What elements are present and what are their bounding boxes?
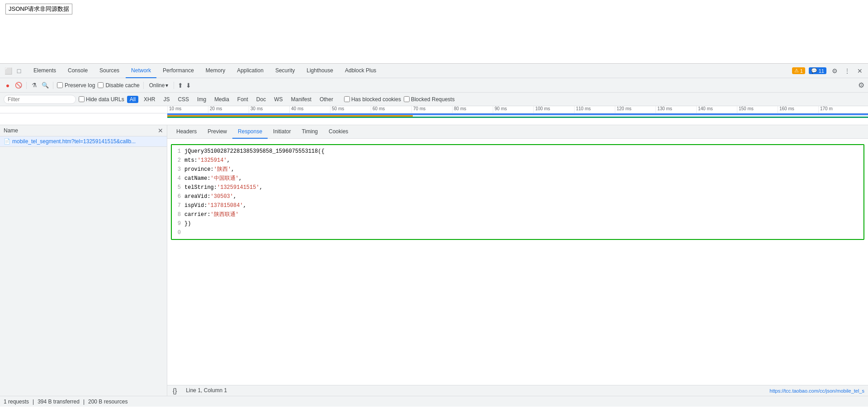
code-line-3: 3 province:'陕西', [174, 165, 862, 174]
tick-120: 120 ms [615, 106, 656, 113]
tick-100: 100 ms [533, 106, 574, 113]
resources-size: 200 B resources [88, 399, 127, 405]
left-panel: Name ✕ 📄 mobile_tel_segment.htm?tel=1325… [0, 125, 167, 396]
tab-elements[interactable]: Elements [28, 64, 61, 78]
page-content: JSONP请求非同源数据 [0, 0, 868, 63]
toolbar-divider-1 [26, 82, 27, 89]
filter-other-btn[interactable]: Other [317, 96, 336, 103]
tick-40: 40 ms [289, 106, 330, 113]
warning-badge[interactable]: ⚠ 1 [792, 67, 805, 74]
tab-response[interactable]: Response [232, 125, 268, 139]
tab-memory[interactable]: Memory [200, 64, 231, 78]
tab-network[interactable]: Network [126, 64, 156, 78]
tab-initiator[interactable]: Initiator [268, 125, 296, 139]
separator-2: | [83, 399, 85, 405]
preserve-log-label[interactable]: Preserve log [57, 82, 95, 89]
filter-font-btn[interactable]: Font [235, 96, 251, 103]
tick-30: 30 ms [249, 106, 289, 113]
status-url: https://tcc.taobao.com/cc/json/mobile_te… [769, 388, 864, 394]
filter-ws-btn[interactable]: WS [271, 96, 285, 103]
tab-console[interactable]: Console [62, 64, 93, 78]
cursor-icon[interactable]: ⬜ [4, 66, 13, 75]
has-blocked-cookies-label[interactable]: Has blocked cookies [344, 96, 401, 103]
warning-icon: ⚠ [794, 68, 799, 74]
filter-img-btn[interactable]: Img [194, 96, 209, 103]
bottom-status-bar: 1 requests | 394 B transferred | 200 B r… [0, 396, 868, 407]
close-icon[interactable]: ✕ [855, 66, 864, 75]
filter-manifest-btn[interactable]: Manifest [288, 96, 314, 103]
blocked-requests-checkbox[interactable] [404, 96, 410, 102]
tab-adblock[interactable]: Adblock Plus [340, 64, 382, 78]
network-request-row[interactable]: 📄 mobile_tel_segment.htm?tel=13259141515… [0, 136, 167, 147]
format-button[interactable]: {} [171, 387, 179, 394]
network-settings-icon[interactable]: ⚙ [858, 81, 864, 89]
tab-security[interactable]: Security [270, 64, 300, 78]
record-button[interactable]: ● [4, 81, 12, 89]
tab-sources[interactable]: Sources [94, 64, 125, 78]
hide-data-urls-checkbox[interactable] [79, 96, 85, 102]
filter-js-btn[interactable]: JS [160, 96, 172, 103]
line-info: Line 1, Column 1 [186, 387, 227, 394]
tab-cookies[interactable]: Cookies [323, 125, 354, 139]
filter-input[interactable] [4, 95, 76, 104]
disable-cache-checkbox[interactable] [98, 82, 104, 88]
network-toolbar: ● 🚫 ⚗ 🔍 Preserve log Disable cache Onlin… [0, 78, 868, 93]
timeline-ruler: 10 ms 20 ms 30 ms 40 ms 50 ms 60 ms 70 m… [0, 106, 868, 113]
blocked-requests-label[interactable]: Blocked Requests [404, 96, 455, 103]
tick-110: 110 ms [574, 106, 615, 113]
tick-130: 130 ms [656, 106, 696, 113]
disable-cache-label[interactable]: Disable cache [98, 82, 139, 89]
devtools-tab-actions: ⬜ □ [4, 66, 24, 75]
preserve-log-checkbox[interactable] [57, 82, 63, 88]
settings-icon[interactable]: ⚙ [830, 66, 839, 75]
tick-20: 20 ms [208, 106, 249, 113]
right-panel: Headers Preview Response Initiator Timin… [167, 125, 868, 396]
more-icon[interactable]: ⋮ [843, 66, 852, 75]
clear-button[interactable]: 🚫 [14, 81, 23, 89]
hide-data-urls-label[interactable]: Hide data URLs [79, 96, 124, 103]
code-line-8: 8 carrier:'陕西联通' [174, 210, 862, 219]
filter-xhr-btn[interactable]: XHR [141, 96, 158, 103]
status-left: {} Line 1, Column 1 [171, 387, 227, 394]
download-icon[interactable]: ⬇ [186, 82, 191, 89]
close-panel-icon[interactable]: ✕ [158, 127, 163, 134]
tab-application[interactable]: Application [231, 64, 269, 78]
devtools-panel: ⬜ □ Elements Console Sources Network Per… [0, 63, 868, 407]
throttle-select[interactable]: Online ▾ [147, 81, 170, 89]
response-highlighted-box: 1 jQuery351002872281385395858_1596075553… [171, 144, 864, 240]
code-line-2: 2 mts:'1325914', [174, 156, 862, 165]
search-icon[interactable]: 🔍 [41, 81, 49, 89]
tab-timing[interactable]: Timing [296, 125, 323, 139]
filter-doc-btn[interactable]: Doc [254, 96, 269, 103]
tab-headers[interactable]: Headers [171, 125, 202, 139]
upload-icon[interactable]: ⬆ [178, 82, 183, 89]
warning-count: 1 [800, 68, 803, 74]
filter-bar: Hide data URLs All XHR JS CSS Img Media … [0, 93, 868, 106]
separator-1: | [33, 399, 34, 405]
status-bar: {} Line 1, Column 1 https://tcc.taobao.c… [167, 385, 868, 396]
devtools-right-actions: ⚠ 1 💬 11 ⚙ ⋮ ✕ [792, 66, 864, 75]
tab-preview[interactable]: Preview [202, 125, 232, 139]
info-badge[interactable]: 💬 11 [809, 67, 826, 74]
filter-all-btn[interactable]: All [127, 96, 138, 103]
tab-lighthouse[interactable]: Lighthouse [301, 64, 339, 78]
code-line-5: 5 telString:'13259141515', [174, 183, 862, 192]
filter-media-btn[interactable]: Media [212, 96, 232, 103]
timeline-area: 10 ms 20 ms 30 ms 40 ms 50 ms 60 ms 70 m… [0, 106, 868, 125]
tick-140: 140 ms [696, 106, 737, 113]
tick-80: 80 ms [452, 106, 493, 113]
has-blocked-cookies-checkbox[interactable] [344, 96, 350, 102]
filter-icon[interactable]: ⚗ [30, 81, 38, 89]
response-tabs-bar: Headers Preview Response Initiator Timin… [167, 125, 868, 139]
tab-performance[interactable]: Performance [157, 64, 199, 78]
tick-50: 50 ms [330, 106, 371, 113]
responsive-icon[interactable]: □ [14, 66, 24, 75]
timeline-bars [167, 113, 868, 118]
code-line-6: 6 areaVid:'30503', [174, 192, 862, 201]
main-area: Name ✕ 📄 mobile_tel_segment.htm?tel=1325… [0, 125, 868, 396]
tick-90: 90 ms [493, 106, 533, 113]
tick-60: 60 ms [371, 106, 411, 113]
timeline-bar-green [167, 117, 868, 118]
chevron-down-icon: ▾ [165, 82, 168, 89]
filter-css-btn[interactable]: CSS [175, 96, 192, 103]
